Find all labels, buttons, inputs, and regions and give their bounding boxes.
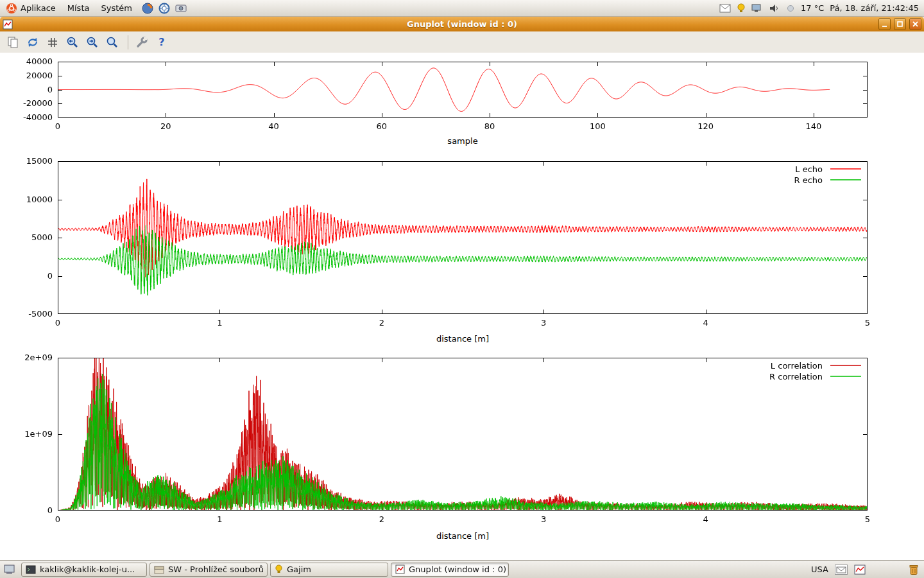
grid-button[interactable]	[44, 34, 62, 51]
menu-label: Aplikace	[21, 3, 56, 13]
display-tray-icon[interactable]	[751, 3, 763, 13]
gnome-panel: Aplikace Místa Systém	[0, 0, 924, 17]
task-label: Gnuplot (window id : 0)	[409, 565, 506, 574]
gnuplot-icon	[395, 565, 405, 574]
task-button-gajim[interactable]: Gajim	[270, 563, 388, 577]
menu-label: Místa	[67, 3, 90, 13]
gnuplot-toolbar: ?	[0, 31, 924, 53]
show-desktop-button[interactable]	[4, 564, 17, 575]
task-label: SW - Prohlížeč souborů	[168, 565, 264, 574]
keyboard-layout-indicator[interactable]: USA	[811, 565, 828, 574]
clock-label[interactable]: Pá, 18. září, 21:42:45	[830, 3, 919, 13]
panel-tray: 17 °C Pá, 18. září, 21:42:45	[719, 3, 924, 13]
menu-label: Systém	[101, 3, 132, 13]
task-label: kaklik@kaklik-kolej-u...	[40, 565, 135, 574]
temperature-label[interactable]: 17 °C	[801, 3, 824, 13]
echo-plot-canvas[interactable]	[58, 161, 868, 314]
weather-icon[interactable]	[786, 4, 795, 13]
volume-tray-icon[interactable]	[769, 3, 780, 13]
firefox-launcher-icon[interactable]	[142, 3, 153, 14]
menu-places[interactable]: Místa	[62, 0, 96, 16]
trash-icon[interactable]	[908, 564, 920, 575]
ubuntu-logo-icon	[6, 3, 17, 14]
chart-tray-icon[interactable]	[854, 565, 866, 575]
taskbar-right: USA	[811, 564, 922, 575]
autoscale-button[interactable]	[103, 34, 121, 51]
configure-button[interactable]	[133, 34, 151, 51]
question-icon: ?	[158, 36, 164, 48]
magnifier-right-icon	[86, 36, 99, 49]
taskbar: kaklik@kaklik-kolej-u... SW - Prohlížeč …	[0, 560, 924, 578]
grid-icon	[46, 36, 59, 49]
help-launcher-icon[interactable]	[158, 3, 170, 14]
task-button-file-manager[interactable]: SW - Prohlížeč souborů	[150, 563, 268, 577]
zoom-previous-button[interactable]	[64, 34, 81, 51]
replot-button[interactable]	[24, 34, 42, 51]
maximize-button[interactable]	[894, 18, 906, 30]
x-axis-label-sample: sample	[58, 136, 868, 146]
x-axis-label-distance-echo: distance [m]	[58, 334, 868, 344]
screenshot-launcher-icon[interactable]	[175, 3, 187, 13]
minimize-button[interactable]	[878, 18, 891, 30]
desktop: Aplikace Místa Systém	[0, 0, 924, 578]
task-label: Gajim	[287, 565, 311, 574]
x-axis-label-distance-correlation: distance [m]	[58, 531, 868, 541]
correlation-plot-canvas[interactable]	[58, 358, 868, 511]
help-button[interactable]: ?	[153, 34, 171, 51]
menu-system[interactable]: Systém	[95, 0, 137, 16]
magnifier-icon	[106, 36, 119, 49]
window-controls	[878, 18, 921, 30]
task-button-gnuplot[interactable]: Gnuplot (window id : 0)	[391, 563, 509, 577]
panel-launchers	[142, 3, 187, 14]
mail-tray-icon[interactable]	[719, 4, 731, 13]
terminal-icon	[26, 565, 36, 574]
gajim-icon	[275, 565, 283, 574]
window-title: Gnuplot (window id : 0)	[0, 19, 924, 29]
window-titlebar[interactable]: Gnuplot (window id : 0)	[0, 17, 924, 31]
refresh-icon	[26, 36, 39, 49]
menu-applications[interactable]: Aplikace	[0, 0, 62, 16]
task-button-terminal[interactable]: kaklik@kaklik-kolej-u...	[21, 563, 147, 577]
file-manager-icon	[154, 565, 164, 574]
copy-icon	[6, 36, 19, 49]
close-button[interactable]	[909, 18, 921, 30]
wrench-icon	[135, 36, 148, 49]
copy-button[interactable]	[4, 34, 22, 51]
magnifier-left-icon	[66, 36, 79, 49]
mail-notifier-icon[interactable]	[835, 565, 848, 575]
toolbar-separator	[128, 35, 128, 49]
zoom-next-button[interactable]	[83, 34, 101, 51]
signal-plot-canvas[interactable]	[58, 62, 868, 118]
gajim-tray-icon[interactable]	[737, 3, 746, 13]
